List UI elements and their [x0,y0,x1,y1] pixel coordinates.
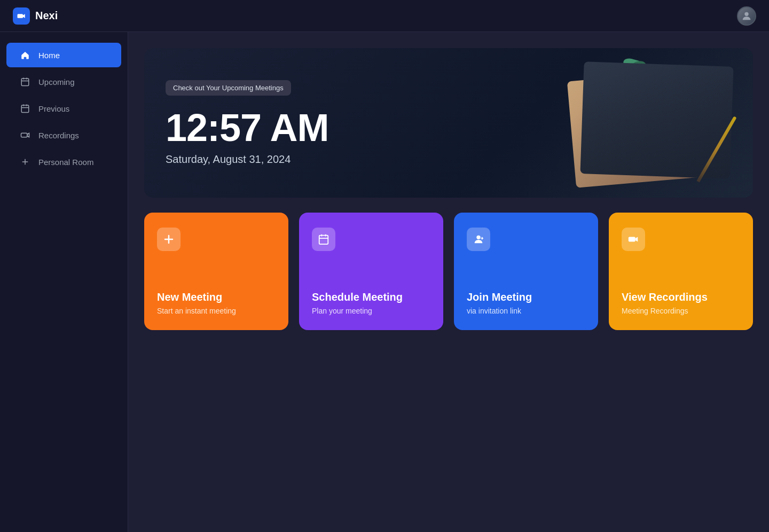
sidebar-item-previous[interactable]: Previous [6,96,121,121]
view-recordings-subtitle: Meeting Recordings [622,307,740,315]
view-recordings-title: View Recordings [622,291,740,303]
personal-room-icon [19,157,31,167]
main-layout: Home Upcoming Previous [0,32,769,532]
schedule-meeting-subtitle: Plan your meeting [312,307,430,315]
new-meeting-title: New Meeting [157,291,276,303]
join-meeting-title: Join Meeting [467,291,585,303]
svg-rect-4 [21,133,27,137]
view-recordings-icon-wrap [622,228,645,251]
sidebar-label-recordings: Recordings [38,131,79,140]
join-meeting-icon-wrap [467,228,490,251]
join-meeting-card[interactable]: Join Meeting via invitation link [454,213,598,330]
new-meeting-content: New Meeting Start an instant meeting [157,291,276,315]
sidebar-label-upcoming: Upcoming [38,77,75,87]
sidebar-item-upcoming[interactable]: Upcoming [6,69,121,94]
hero-banner: Check out Your Upcoming Meetings 12:57 A… [144,48,753,198]
svg-point-6 [476,236,480,239]
app-name: Nexi [35,10,58,22]
main-content: Check out Your Upcoming Meetings 12:57 A… [128,32,769,532]
user-avatar[interactable] [737,6,756,26]
sidebar-item-recordings[interactable]: Recordings [6,123,121,147]
svg-point-1 [744,12,748,15]
hero-time: 12:57 AM [166,108,732,147]
view-recordings-content: View Recordings Meeting Recordings [622,291,740,315]
schedule-meeting-title: Schedule Meeting [312,291,430,303]
schedule-meeting-card[interactable]: Schedule Meeting Plan your meeting [299,213,443,330]
sidebar-label-personal-room: Personal Room [38,158,93,167]
schedule-meeting-content: Schedule Meeting Plan your meeting [312,291,430,315]
home-icon [19,50,31,60]
sidebar-item-home[interactable]: Home [6,43,121,67]
schedule-meeting-icon-wrap [312,228,335,251]
sidebar: Home Upcoming Previous [0,32,128,532]
svg-rect-7 [629,237,635,241]
sidebar-item-personal-room[interactable]: Personal Room [6,150,121,174]
app-logo: Nexi [13,7,58,25]
sidebar-label-home: Home [38,51,60,60]
view-recordings-card[interactable]: View Recordings Meeting Recordings [609,213,753,330]
sidebar-label-previous: Previous [38,104,69,113]
recordings-icon [19,130,31,140]
action-cards-grid: New Meeting Start an instant meeting Sch… [144,213,753,330]
new-meeting-subtitle: Start an instant meeting [157,307,276,315]
upcoming-icon [19,77,31,87]
svg-rect-3 [21,105,29,113]
new-meeting-icon-wrap [157,228,181,251]
hero-badge: Check out Your Upcoming Meetings [166,80,291,96]
logo-icon [13,7,30,25]
svg-rect-0 [18,14,23,18]
hero-date: Saturday, August 31, 2024 [166,153,732,166]
previous-icon [19,104,31,113]
topbar: Nexi [0,0,769,32]
new-meeting-card[interactable]: New Meeting Start an instant meeting [144,213,288,330]
join-meeting-content: Join Meeting via invitation link [467,291,585,315]
svg-rect-5 [319,236,328,245]
join-meeting-subtitle: via invitation link [467,307,585,315]
